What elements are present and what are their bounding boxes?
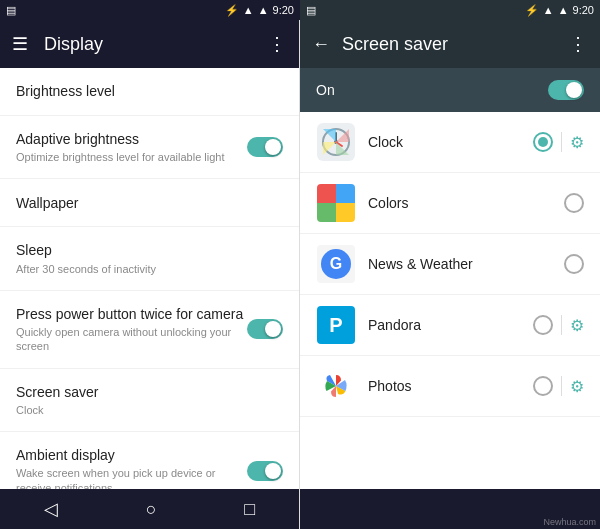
- left-panel: ☰ Display ⋮ Brightness level Adaptive br…: [0, 20, 300, 529]
- adaptive-brightness-toggle[interactable]: [247, 137, 283, 157]
- power-camera-toggle-knob: [265, 321, 281, 337]
- settings-item-ambient-title: Ambient display: [16, 446, 247, 464]
- settings-item-brightness-title: Brightness level: [16, 82, 283, 100]
- saver-pandora-actions: ⚙: [533, 315, 584, 335]
- settings-item-brightness[interactable]: Brightness level: [0, 68, 299, 116]
- right-bluetooth-icon: ⚡: [525, 4, 539, 17]
- settings-item-wallpaper-title: Wallpaper: [16, 194, 283, 212]
- saver-item-pandora[interactable]: P Pandora ⚙: [300, 295, 600, 356]
- colors-icon-grid: [317, 184, 355, 222]
- photos-svg: [317, 367, 355, 405]
- right-time: 9:20: [573, 4, 594, 16]
- pandora-app-icon: P: [316, 305, 356, 345]
- ambient-toggle[interactable]: [247, 461, 283, 481]
- settings-item-power-camera-title: Press power button twice for camera: [16, 305, 247, 323]
- saver-news-radio[interactable]: [564, 254, 584, 274]
- saver-photos-divider: [561, 376, 562, 396]
- pandora-svg: P: [317, 306, 355, 344]
- colors-app-icon: [316, 183, 356, 223]
- right-wifi-icon: ▲: [543, 4, 554, 16]
- settings-item-sleep[interactable]: Sleep After 30 seconds of inactivity: [0, 227, 299, 290]
- saver-clock-actions: ⚙: [533, 132, 584, 152]
- saver-pandora-name: Pandora: [368, 317, 533, 333]
- ambient-toggle-knob: [265, 463, 281, 479]
- settings-item-adaptive-subtitle: Optimize brightness level for available …: [16, 150, 247, 164]
- settings-item-brightness-content: Brightness level: [16, 82, 283, 100]
- saver-photos-radio[interactable]: [533, 376, 553, 396]
- right-status-left: ▤: [306, 4, 316, 17]
- saver-pandora-gear-icon[interactable]: ⚙: [570, 316, 584, 335]
- saver-pandora-radio[interactable]: [533, 315, 553, 335]
- right-status-right: ⚡ ▲ ▲ 9:20: [525, 4, 594, 17]
- saver-news-actions: [564, 254, 584, 274]
- left-status-left: ▤: [6, 4, 16, 17]
- settings-item-sleep-content: Sleep After 30 seconds of inactivity: [16, 241, 283, 275]
- saver-photos-name: Photos: [368, 378, 533, 394]
- power-camera-toggle[interactable]: [247, 319, 283, 339]
- saver-item-clock[interactable]: Clock ⚙: [300, 112, 600, 173]
- saver-list: Clock ⚙ Colors: [300, 112, 600, 489]
- settings-list: Brightness level Adaptive brightness Opt…: [0, 68, 299, 489]
- back-arrow-icon[interactable]: ←: [312, 34, 330, 55]
- saver-clock-radio[interactable]: [533, 132, 553, 152]
- nav-home-icon[interactable]: ○: [146, 499, 157, 520]
- saver-colors-actions: [564, 193, 584, 213]
- settings-item-sleep-title: Sleep: [16, 241, 283, 259]
- on-label: On: [316, 82, 335, 98]
- saver-item-colors[interactable]: Colors: [300, 173, 600, 234]
- settings-item-screensaver[interactable]: Screen saver Clock: [0, 369, 299, 432]
- saver-item-photos[interactable]: Photos ⚙: [300, 356, 600, 417]
- settings-item-screensaver-subtitle: Clock: [16, 403, 283, 417]
- saver-clock-name: Clock: [368, 134, 533, 150]
- photos-app-icon: [316, 366, 356, 406]
- left-more-menu-icon[interactable]: ⋮: [268, 33, 287, 55]
- saver-photos-gear-icon[interactable]: ⚙: [570, 377, 584, 396]
- saver-colors-radio[interactable]: [564, 193, 584, 213]
- left-signal-icon: ▲: [258, 4, 269, 16]
- screensaver-on-toggle[interactable]: [548, 80, 584, 100]
- colors-icon-yellow: [336, 203, 355, 222]
- colors-icon-red: [317, 184, 336, 203]
- left-status-bar: ▤ ⚡ ▲ ▲ 9:20: [0, 0, 300, 20]
- nav-back-icon[interactable]: ◁: [44, 498, 58, 520]
- settings-item-power-camera-subtitle: Quickly open camera without unlocking yo…: [16, 325, 247, 354]
- left-nav-bar: ◁ ○ □: [0, 489, 299, 529]
- watermark: Newhua.com: [543, 517, 596, 527]
- left-status-right: ⚡ ▲ ▲ 9:20: [225, 4, 294, 17]
- settings-item-screensaver-title: Screen saver: [16, 383, 283, 401]
- news-svg: G: [317, 245, 355, 283]
- colors-icon-green: [317, 203, 336, 222]
- left-wifi-icon: ▲: [243, 4, 254, 16]
- settings-item-screensaver-content: Screen saver Clock: [16, 383, 283, 417]
- left-bluetooth-icon: ⚡: [225, 4, 239, 17]
- right-nav-bar: Newhua.com: [300, 489, 600, 529]
- svg-text:G: G: [330, 255, 342, 272]
- right-toolbar: ← Screen saver ⋮: [300, 20, 600, 68]
- svg-text:P: P: [329, 314, 342, 336]
- right-notification-icon: ▤: [306, 4, 316, 17]
- right-status-bar: ▤ ⚡ ▲ ▲ 9:20: [300, 0, 600, 20]
- settings-item-adaptive[interactable]: Adaptive brightness Optimize brightness …: [0, 116, 299, 179]
- clock-app-icon: [316, 122, 356, 162]
- hamburger-icon[interactable]: ☰: [12, 33, 28, 55]
- saver-clock-gear-icon[interactable]: ⚙: [570, 133, 584, 152]
- colors-icon-blue: [336, 184, 355, 203]
- adaptive-brightness-toggle-knob: [265, 139, 281, 155]
- settings-item-power-camera-content: Press power button twice for camera Quic…: [16, 305, 247, 354]
- settings-item-adaptive-title: Adaptive brightness: [16, 130, 247, 148]
- settings-item-power-camera[interactable]: Press power button twice for camera Quic…: [0, 291, 299, 369]
- saver-news-name: News & Weather: [368, 256, 564, 272]
- right-signal-icon: ▲: [558, 4, 569, 16]
- nav-recent-icon[interactable]: □: [244, 499, 255, 520]
- left-notification-icon: ▤: [6, 4, 16, 17]
- saver-clock-divider: [561, 132, 562, 152]
- screensaver-on-toggle-knob: [566, 82, 582, 98]
- saver-item-news[interactable]: G News & Weather: [300, 234, 600, 295]
- on-toggle-row: On: [300, 68, 600, 112]
- clock-svg: [317, 123, 355, 161]
- settings-item-adaptive-content: Adaptive brightness Optimize brightness …: [16, 130, 247, 164]
- saver-colors-name: Colors: [368, 195, 564, 211]
- settings-item-ambient[interactable]: Ambient display Wake screen when you pic…: [0, 432, 299, 489]
- settings-item-wallpaper[interactable]: Wallpaper: [0, 179, 299, 227]
- right-more-menu-icon[interactable]: ⋮: [569, 33, 588, 55]
